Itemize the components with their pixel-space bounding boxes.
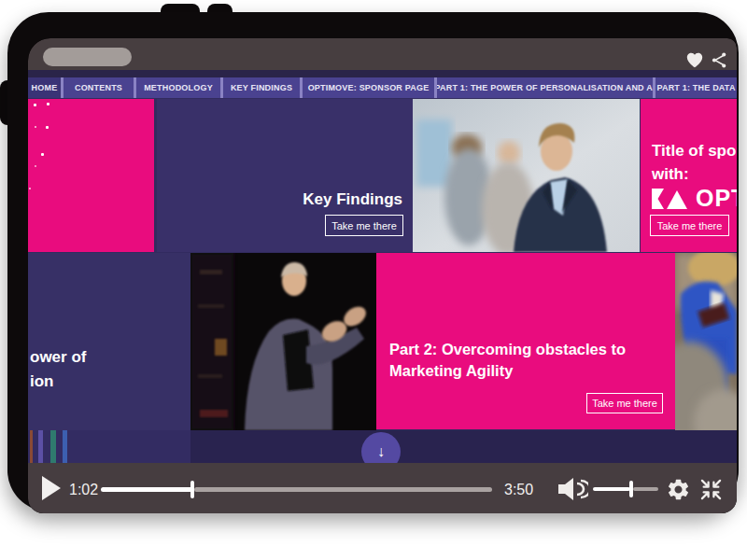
tile-sparkle[interactable] <box>28 99 154 252</box>
progress-handle[interactable] <box>190 481 194 498</box>
tab-home[interactable]: HOME <box>28 77 61 98</box>
optimove-logo-icon <box>652 189 689 209</box>
share-icon[interactable] <box>711 51 729 68</box>
stage: HOME CONTENTS METHODOLOGY KEY FINDINGS O… <box>0 0 747 560</box>
tab-contents[interactable]: CONTENTS <box>61 77 134 98</box>
part2-cta-button[interactable]: Take me there <box>586 393 663 413</box>
tab-part1-power[interactable]: PART 1: THE POWER OF PERSONALISATION AND… <box>434 77 653 98</box>
player-controls: 1:02 3:50 <box>28 463 737 513</box>
part2-title-line1: Part 2: Overcoming obstacles to <box>389 339 626 360</box>
part1-title: ower of ion <box>30 345 86 395</box>
sponsor-title-line2: with: <box>652 163 737 187</box>
color-stripe <box>38 430 43 463</box>
sparkle-dot <box>34 104 36 106</box>
sparkle-dot <box>46 126 49 129</box>
photo-presenter <box>190 253 376 430</box>
tile-sponsor[interactable]: Title of spon with: OPTIMOVE Take me the… <box>641 99 737 252</box>
exit-fullscreen-icon[interactable] <box>700 479 722 500</box>
tab-part1-data[interactable]: PART 1: THE DATA <box>653 77 737 98</box>
optimove-logo: OPTIMOVE <box>652 185 737 212</box>
volume-level <box>593 487 630 491</box>
volume-remaining <box>633 487 658 491</box>
sparkle-dot <box>35 126 36 128</box>
photo-man-in-suit <box>413 99 640 252</box>
progress-played <box>101 487 192 492</box>
tab-strip: HOME CONTENTS METHODOLOGY KEY FINDINGS O… <box>28 77 737 98</box>
logo-placeholder-pill <box>43 48 132 66</box>
sponsor-title: Title of spon with: <box>652 140 737 186</box>
sparkle-dot <box>29 188 31 189</box>
key-findings-title: Key Findings <box>303 190 402 209</box>
tab-key-findings[interactable]: KEY FINDINGS <box>220 77 300 98</box>
progress-remaining <box>194 487 492 492</box>
current-time: 1:02 <box>69 482 98 498</box>
sparkle-dot <box>41 153 44 156</box>
photo-woman <box>675 253 737 430</box>
tab-optimove-sponsor[interactable]: OPTIMOVE: SPONSOR PAGE <box>300 77 434 98</box>
settings-gear-icon[interactable] <box>666 477 691 502</box>
heart-icon[interactable] <box>685 51 704 68</box>
progress-bar[interactable] <box>101 487 492 492</box>
part2-title-line2: Marketing Agility <box>389 360 626 382</box>
nav-bar: HOME CONTENTS METHODOLOGY KEY FINDINGS O… <box>28 70 737 98</box>
tile-part2[interactable]: Part 2: Overcoming obstacles to Marketin… <box>376 253 675 429</box>
play-button[interactable] <box>42 476 61 500</box>
tablet-frame: HOME CONTENTS METHODOLOGY KEY FINDINGS O… <box>7 12 739 511</box>
part1-title-line1: ower of <box>30 345 86 370</box>
player-topbar <box>28 38 737 70</box>
duration: 3:50 <box>504 482 533 498</box>
tile-key-findings[interactable]: Key Findings Take me there <box>157 99 413 252</box>
tab-methodology[interactable]: METHODOLOGY <box>134 77 220 98</box>
color-stripe <box>63 430 67 463</box>
sparkle-dot <box>35 165 36 167</box>
sponsor-title-line1: Title of spon <box>652 140 737 163</box>
volume-icon[interactable] <box>557 477 588 501</box>
tile-part1[interactable]: ower of ion <box>28 253 190 430</box>
optimove-logo-text: OPTIMOVE <box>696 185 737 212</box>
down-arrow-icon: ↓ <box>377 443 385 460</box>
sponsor-cta-button[interactable]: Take me there <box>650 215 729 236</box>
volume-handle[interactable] <box>629 481 633 497</box>
screen: HOME CONTENTS METHODOLOGY KEY FINDINGS O… <box>28 38 737 513</box>
part1-title-line2: ion <box>30 370 86 394</box>
sparkle-dot <box>47 103 49 105</box>
part2-title: Part 2: Overcoming obstacles to Marketin… <box>389 339 626 382</box>
content-area: Key Findings Take me there <box>28 98 737 463</box>
volume-slider[interactable] <box>593 487 658 492</box>
color-stripe <box>30 430 33 463</box>
key-findings-cta-button[interactable]: Take me there <box>325 215 403 236</box>
color-stripe <box>50 430 56 463</box>
